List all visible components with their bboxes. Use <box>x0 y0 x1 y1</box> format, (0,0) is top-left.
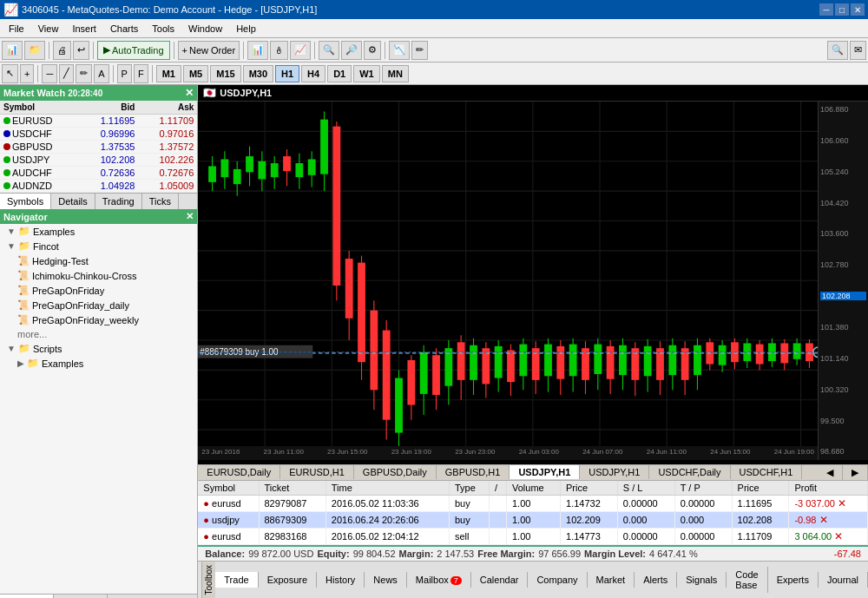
tf-m5[interactable]: M5 <box>183 65 208 82</box>
market-watch-row[interactable]: AUDCHF 0.72636 0.72676 <box>0 167 197 180</box>
nav-item-pregap[interactable]: 📜 PreGapOnFriday <box>0 283 197 298</box>
menu-tools[interactable]: Tools <box>145 22 181 36</box>
chart-tab-gbpusd-h1[interactable]: GBPUSD,H1 <box>437 465 510 479</box>
order-close-icon[interactable]: ✕ <box>834 530 843 542</box>
nav-item-pregap-daily[interactable]: 📜 PreGapOnFriday_daily <box>0 298 197 312</box>
mw-col-bid[interactable]: Bid <box>80 101 139 115</box>
chart-tab-gbpusd-daily[interactable]: GBPUSD,Daily <box>354 465 437 479</box>
chart-canvas[interactable]: #88679309 buy 1.00 106.880 106.060 105.2… <box>198 102 868 460</box>
bottom-tab-market[interactable]: Market <box>588 572 635 588</box>
chart-tab-usdjpy-h1-active[interactable]: USDJPY,H1 <box>510 465 580 479</box>
period-tool[interactable]: P <box>117 64 132 83</box>
nav-item-hedging[interactable]: 📜 Hedging-Test <box>0 253 197 268</box>
orders-col-profit[interactable]: Profit <box>789 481 868 496</box>
orders-col-tp[interactable]: T / P <box>674 481 732 496</box>
chart-tab-prev[interactable]: ◀ <box>818 465 843 480</box>
neworder-button[interactable]: + New Order <box>178 41 240 60</box>
orders-col-volume[interactable]: Volume <box>507 481 561 496</box>
orders-col-time[interactable]: Time <box>326 481 449 496</box>
chart-tab-usdjpy-h1-2[interactable]: USDJPY,H1 <box>580 465 649 479</box>
orders-col-ticket[interactable]: Ticket <box>259 481 326 496</box>
autotrading-button[interactable]: ▶ AutoTrading <box>97 41 170 60</box>
menu-insert[interactable]: Insert <box>65 22 103 36</box>
indicators-button[interactable]: 📉 <box>389 41 410 60</box>
text-tool[interactable]: A <box>94 64 108 83</box>
mail-button[interactable]: ✉ <box>850 41 866 60</box>
mw-tab-details[interactable]: Details <box>51 194 95 209</box>
bottom-tab-news[interactable]: News <box>365 572 407 588</box>
market-watch-row[interactable]: AUDNZD 1.04928 1.05009 <box>0 180 197 193</box>
bottom-tab-mailbox[interactable]: Mailbox7 <box>407 572 471 588</box>
nav-item-scripts[interactable]: ▼📁 Scripts <box>0 341 197 356</box>
menu-help[interactable]: Help <box>229 22 263 36</box>
tf-w1[interactable]: W1 <box>353 65 380 82</box>
orders-table-row[interactable]: ● eurusd 82983168 2016.05.02 12:04:12 se… <box>198 528 867 544</box>
bottom-tab-company[interactable]: Company <box>528 572 587 588</box>
bottom-tab-exposure[interactable]: Exposure <box>259 572 317 588</box>
orders-col-type[interactable]: Type <box>449 481 489 496</box>
chart-tab-usdchf-daily[interactable]: USDCHF,Daily <box>649 465 730 479</box>
chart-tab-eurusd-h1[interactable]: EURUSD,H1 <box>280 465 354 479</box>
mw-tab-ticks[interactable]: Ticks <box>142 194 179 209</box>
bottom-tab-trade[interactable]: Trade <box>215 572 258 588</box>
market-watch-row[interactable]: USDJPY 102.208 102.226 <box>0 154 197 167</box>
tf-m30[interactable]: M30 <box>243 65 273 82</box>
orders-table-row[interactable]: ● eurusd 82979087 2016.05.02 11:03:36 bu… <box>198 495 867 511</box>
line-tool[interactable]: ─ <box>42 64 57 83</box>
order-close-icon[interactable]: ✕ <box>819 514 828 526</box>
nav-item-more[interactable]: more... <box>0 327 197 341</box>
toolbox-tab[interactable]: Toolbox <box>201 562 215 598</box>
bottom-tab-experts[interactable]: Experts <box>768 572 819 588</box>
zoom-out-button[interactable]: 🔎 <box>341 41 362 60</box>
print-button[interactable]: 🖨 <box>53 41 71 60</box>
search-button[interactable]: 🔍 <box>827 41 848 60</box>
zoom-in-button[interactable]: 🔍 <box>319 41 339 60</box>
orders-col-sl[interactable]: S / L <box>617 481 674 496</box>
minimize-button[interactable]: ─ <box>819 3 833 16</box>
market-watch-row[interactable]: EURUSD 1.11695 1.11709 <box>0 115 197 128</box>
tf-h4[interactable]: H4 <box>301 65 326 82</box>
bottom-tab-alerts[interactable]: Alerts <box>635 572 677 588</box>
nav-tab-favorites[interactable]: Favorites <box>54 595 108 598</box>
new-chart-button[interactable]: 📊 <box>2 41 23 60</box>
market-watch-row[interactable]: USDCHF 0.96996 0.97016 <box>0 128 197 141</box>
close-button[interactable]: ✕ <box>851 3 865 16</box>
orders-table-row[interactable]: ● usdjpy 88679309 2016.06.24 20:26:06 bu… <box>198 511 867 528</box>
mw-col-symbol[interactable]: Symbol <box>0 101 80 115</box>
tf-h1[interactable]: H1 <box>275 65 299 82</box>
chart-type-candle[interactable]: 🕯 <box>270 41 288 60</box>
chart-tab-next[interactable]: ▶ <box>843 465 868 480</box>
mw-col-ask[interactable]: Ask <box>138 101 197 115</box>
bottom-tab-calendar[interactable]: Calendar <box>471 572 529 588</box>
tf-mn[interactable]: MN <box>382 65 409 82</box>
arrow-tool[interactable]: ↖ <box>2 64 18 83</box>
title-bar-controls[interactable]: ─ □ ✕ <box>819 3 865 16</box>
bottom-tab-journal[interactable]: Journal <box>819 572 868 588</box>
orders-col-sort[interactable]: / <box>489 481 506 496</box>
nav-item-fincot[interactable]: ▼📁 Fincot <box>0 239 197 253</box>
menu-view[interactable]: View <box>31 22 66 36</box>
bottom-tab-signals[interactable]: Signals <box>677 572 727 588</box>
order-close-icon[interactable]: ✕ <box>838 497 846 509</box>
market-watch-row[interactable]: GBPUSD 1.37535 1.37572 <box>0 141 197 154</box>
open-button[interactable]: 📁 <box>24 41 45 60</box>
tf-m1[interactable]: M1 <box>156 65 181 82</box>
trend-tool[interactable]: ╱ <box>59 64 74 83</box>
menu-charts[interactable]: Charts <box>103 22 145 36</box>
mw-tab-trading[interactable]: Trading <box>95 194 142 209</box>
orders-table-container[interactable]: Symbol Ticket Time Type / Volume Price S… <box>198 481 868 545</box>
crosshair-tool[interactable]: + <box>20 64 34 83</box>
tf-d1[interactable]: D1 <box>327 65 352 82</box>
chart-tab-usdchf-h1[interactable]: USDCHF,H1 <box>731 465 803 479</box>
maximize-button[interactable]: □ <box>835 3 849 16</box>
nav-item-pregap-weekly[interactable]: 📜 PreGapOnFriday_weekly <box>0 312 197 327</box>
chart-props-button[interactable]: ⚙ <box>364 41 381 60</box>
orders-col-price[interactable]: Price <box>561 481 618 496</box>
bottom-tab-history[interactable]: History <box>317 572 365 588</box>
objects-button[interactable]: ✏ <box>411 41 428 60</box>
navigator-close[interactable]: ✕ <box>186 211 194 222</box>
bottom-tab-codebase[interactable]: Code Base <box>727 567 767 593</box>
nav-item-scripts-examples[interactable]: ▶📁 Examples <box>0 356 197 371</box>
nav-tab-common[interactable]: Common <box>0 595 54 598</box>
chart-type-line[interactable]: 📈 <box>290 41 311 60</box>
